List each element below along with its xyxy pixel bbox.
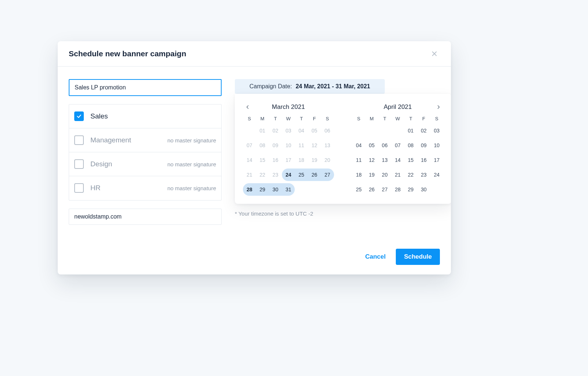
chevron-right-icon (436, 105, 441, 109)
calendar-day[interactable]: 13 (321, 139, 334, 152)
calendar-day[interactable]: 30 (269, 183, 282, 196)
campaign-name-input[interactable] (69, 79, 222, 96)
calendar-day[interactable]: 28 (243, 183, 256, 196)
calendar-day[interactable]: 09 (417, 139, 430, 152)
calendar-day[interactable]: 06 (321, 124, 334, 137)
calendar-day[interactable]: 24 (430, 169, 443, 181)
weekday-label: M (365, 116, 378, 121)
calendar-day[interactable]: 15 (404, 154, 417, 166)
month-header: April 2021 (352, 98, 444, 116)
calendar-day[interactable]: 02 (269, 124, 282, 137)
calendar-day[interactable]: 28 (391, 183, 404, 196)
calendar-day[interactable]: 05 (365, 139, 378, 152)
calendar-day[interactable]: 01 (404, 124, 417, 137)
calendar-day[interactable]: 14 (243, 154, 256, 166)
calendar-day[interactable]: 27 (321, 169, 334, 181)
department-note: no master signature (167, 185, 216, 191)
modal-body: SalesManagementno master signatureDesign… (58, 67, 451, 225)
schedule-campaign-modal: Schedule new banner campaign SalesManage… (58, 41, 451, 274)
calendar-day[interactable]: 04 (352, 139, 365, 152)
chevron-left-icon (245, 105, 250, 109)
calendar-day[interactable]: 24 (282, 169, 295, 181)
department-checkbox[interactable] (74, 159, 84, 169)
calendar-day[interactable]: 23 (269, 169, 282, 181)
calendar-day[interactable]: 21 (391, 169, 404, 181)
department-row[interactable]: Designno master signature (69, 152, 221, 176)
calendar-day[interactable]: 07 (243, 139, 256, 152)
weekday-label: M (256, 116, 269, 121)
calendar-day[interactable]: 10 (430, 139, 443, 152)
calendar-day[interactable]: 23 (417, 169, 430, 181)
calendar-day[interactable]: 08 (404, 139, 417, 152)
calendar-day[interactable]: 20 (378, 169, 391, 181)
calendar-day[interactable]: 09 (269, 139, 282, 152)
calendar-month: April 2021SMTWTFS01020304050607080910111… (352, 98, 444, 196)
calendar-day[interactable]: 04 (295, 124, 308, 137)
calendar-day[interactable]: 15 (256, 154, 269, 166)
department-name: Sales (90, 112, 108, 120)
next-month-button[interactable] (434, 102, 443, 112)
weekday-label: T (295, 116, 308, 121)
department-name: Management (90, 136, 131, 144)
month-title: April 2021 (384, 103, 412, 111)
department-checkbox[interactable] (74, 183, 84, 193)
cancel-button[interactable]: Cancel (365, 253, 386, 260)
calendar-day[interactable]: 30 (417, 183, 430, 196)
calendar-day[interactable]: 11 (295, 139, 308, 152)
prev-month-button[interactable] (243, 102, 252, 112)
calendar-day[interactable]: 25 (295, 169, 308, 181)
calendar-day[interactable]: 22 (404, 169, 417, 181)
department-row[interactable]: Managementno master signature (69, 128, 221, 152)
calendar-day[interactable]: 26 (308, 169, 321, 181)
calendar-day[interactable]: 29 (256, 183, 269, 196)
calendar-day[interactable]: 14 (391, 154, 404, 166)
calendar-day[interactable]: 16 (417, 154, 430, 166)
weekday-label: F (417, 116, 430, 121)
calendar-day[interactable]: 26 (365, 183, 378, 196)
weekday-label: T (404, 116, 417, 121)
calendar-blank (352, 124, 365, 137)
calendar-day[interactable]: 17 (282, 154, 295, 166)
department-checkbox[interactable] (74, 135, 84, 145)
department-note: no master signature (167, 137, 216, 143)
check-icon (76, 114, 82, 119)
calendar-day[interactable]: 18 (295, 154, 308, 166)
calendar-day[interactable]: 08 (256, 139, 269, 152)
calendar-day[interactable]: 03 (282, 124, 295, 137)
calendar-day[interactable]: 31 (282, 183, 295, 196)
close-button[interactable] (429, 48, 440, 59)
calendar-day[interactable]: 13 (378, 154, 391, 166)
calendar-day[interactable]: 25 (352, 183, 365, 196)
schedule-button[interactable]: Schedule (396, 249, 440, 265)
calendar-day[interactable]: 18 (352, 169, 365, 181)
month-title: March 2021 (272, 103, 305, 111)
department-row[interactable]: HRno master signature (69, 176, 221, 200)
calendar-day[interactable]: 27 (378, 183, 391, 196)
department-list: SalesManagementno master signatureDesign… (69, 104, 222, 201)
calendar-day[interactable]: 22 (256, 169, 269, 181)
calendar-day[interactable]: 19 (365, 169, 378, 181)
calendar-day[interactable]: 12 (365, 154, 378, 166)
calendar-day[interactable]: 01 (256, 124, 269, 137)
calendar-day[interactable]: 12 (308, 139, 321, 152)
destination-url-input[interactable] (69, 209, 222, 225)
calendar-day[interactable]: 07 (391, 139, 404, 152)
calendar-day[interactable]: 21 (243, 169, 256, 181)
department-checkbox[interactable] (74, 111, 84, 121)
calendar-day[interactable]: 10 (282, 139, 295, 152)
calendar-day[interactable]: 05 (308, 124, 321, 137)
calendar-day[interactable]: 16 (269, 154, 282, 166)
department-note: no master signature (167, 161, 216, 167)
calendar-day[interactable]: 19 (308, 154, 321, 166)
calendar-day[interactable]: 17 (430, 154, 443, 166)
calendar-card: March 2021SMTWTFS01020304050607080910111… (235, 94, 451, 204)
calendar-blank (243, 124, 256, 137)
weekday-label: T (269, 116, 282, 121)
calendar-day[interactable]: 11 (352, 154, 365, 166)
calendar-day[interactable]: 06 (378, 139, 391, 152)
calendar-day[interactable]: 02 (417, 124, 430, 137)
calendar-day[interactable]: 03 (430, 124, 443, 137)
department-row[interactable]: Sales (69, 104, 221, 128)
calendar-day[interactable]: 29 (404, 183, 417, 196)
calendar-day[interactable]: 20 (321, 154, 334, 166)
